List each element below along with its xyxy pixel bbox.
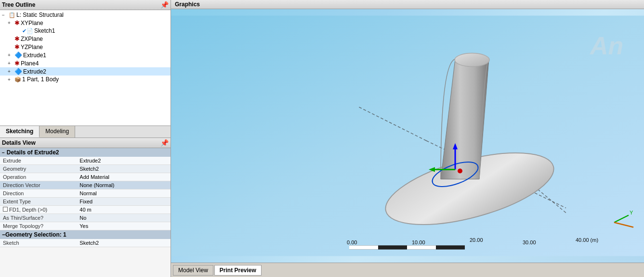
value-direction-vector: None (Normal) [77,181,171,189]
tree-item-extrude1[interactable]: + 🔷 Extrude1 [0,51,171,59]
extrude2-label: Extrude2 [23,68,46,75]
label-extent-type: Extent Type [0,198,77,206]
zxplane-label: ZXPlane [21,36,43,42]
details-table: Extrude Extrude2 Geometry Sketch2 Operat… [0,157,171,230]
expand-extrude2[interactable]: + [8,69,13,74]
extrude2-icon: 🔷 [14,68,22,75]
expand-part-body[interactable]: + [8,77,13,82]
value-geometry: Sketch2 [77,165,171,173]
graphics-title: Graphics [175,1,200,8]
value-sketch: Sketch2 [77,239,171,247]
value-direction: Normal [77,189,171,198]
row-operation: Operation Add Material [0,173,171,181]
sketch-tabs: Sketching Modeling [0,126,171,138]
svg-text:40.00 (m): 40.00 (m) [576,237,598,243]
xyplane-icon: ✱ [14,19,20,26]
row-direction: Direction Normal [0,189,171,198]
details-pin-icon[interactable]: 📌 [160,139,169,147]
section-expand-icon[interactable]: − [2,150,5,155]
label-extrude: Extrude [0,157,77,165]
right-panel: Graphics [171,0,644,277]
svg-text:Y: Y [630,210,633,215]
expand-yzplane [8,44,13,50]
tree-item-extrude2[interactable]: + 🔷 Extrude2 [0,67,171,76]
row-sketch: Sketch Sketch2 [0,239,171,247]
part-body-label: 1 Part, 1 Body [22,76,59,83]
svg-text:0.00: 0.00 [347,239,357,245]
yzplane-label: YZPlane [21,44,43,50]
geometry-selection-table: Sketch Sketch2 [0,239,171,247]
tree-pin-icon[interactable]: 📌 [160,1,169,9]
svg-rect-21 [407,246,436,250]
details-view-title: Details View [2,139,36,146]
sketch1-label: Sketch1 [34,27,55,34]
extrude1-label: Extrude1 [23,52,46,59]
graphics-header: Graphics [171,0,644,9]
tree-item-plane4[interactable]: + ✱ Plane4 [0,59,171,67]
details-view-header: Details View 📌 [0,138,171,148]
expand-sketch1 [15,28,21,34]
row-thin-surface: As Thin/Surface? No [0,214,171,222]
sketch1-icon: ✔📄 [22,28,33,34]
expand-zxplane [8,36,13,41]
details-section-header: − Details of Extrude2 [0,148,171,157]
main-container: Tree Outline 📌 − 📋 L: Static Structural … [0,0,644,277]
svg-point-6 [455,53,489,67]
label-merge-topology: Merge Topology? [0,222,77,230]
row-geometry: Geometry Sketch2 [0,165,171,173]
row-merge-topology: Merge Topology? Yes [0,222,171,230]
tree-outline-content: − 📋 L: Static Structural + ✱ XYPlane ✔📄 … [0,10,171,126]
tree-outline-title: Tree Outline [2,1,35,8]
part-body-icon: 📦 [14,76,21,83]
details-view-content: − Details of Extrude2 Extrude Extrude2 G… [0,148,171,277]
tree-item-zxplane[interactable]: ✱ ZXPlane [0,35,171,43]
row-direction-vector: Direction Vector None (Normal) [0,181,171,189]
left-panel: Tree Outline 📌 − 📋 L: Static Structural … [0,0,171,277]
tab-sketching[interactable]: Sketching [0,126,39,138]
svg-text:An: An [589,32,623,60]
yzplane-icon: ✱ [14,43,20,50]
xyplane-label: XYPlane [21,20,43,26]
label-fd1-depth: FD1, Depth (>0) [0,206,77,214]
extrude1-icon: 🔷 [14,51,22,59]
tree-item-xyplane[interactable]: + ✱ XYPlane [0,19,171,27]
value-operation: Add Material [77,173,171,181]
label-sketch: Sketch [0,239,77,247]
geometry-selection-header: − Geometry Selection: 1 [0,230,171,239]
geometry-selection-title: Geometry Selection: 1 [5,231,66,238]
expand-extrude1[interactable]: + [8,52,13,58]
3d-model-svg: 0.00 10.00 20.00 30.00 40.00 (m) Y An [171,9,644,263]
svg-text:10.00: 10.00 [412,239,425,245]
plane4-label: Plane4 [21,60,39,67]
geo-expand-icon[interactable]: − [2,231,5,238]
svg-rect-22 [436,246,465,250]
plane4-icon: ✱ [14,60,20,67]
static-structural-icon: 📋 [9,12,15,18]
svg-rect-20 [378,246,407,250]
label-direction-vector: Direction Vector [0,181,77,189]
static-structural-label: L: Static Structural [16,12,64,18]
svg-rect-19 [349,246,378,250]
fd1-checkbox[interactable] [3,207,8,212]
row-extrude: Extrude Extrude2 [0,157,171,165]
graphics-content[interactable]: 0.00 10.00 20.00 30.00 40.00 (m) Y An [171,9,644,263]
zxplane-icon: ✱ [14,35,20,42]
tab-print-preview[interactable]: Print Preview [214,265,262,276]
details-section-title: Details of Extrude2 [7,149,59,156]
expand-static-structural[interactable]: − [2,13,8,18]
bottom-tabs: Model View Print Preview [171,263,644,277]
tree-item-sketch1[interactable]: ✔📄 Sketch1 [0,27,171,35]
label-operation: Operation [0,173,77,181]
tree-item-static-structural[interactable]: − 📋 L: Static Structural [0,11,171,19]
label-thin-surface: As Thin/Surface? [0,214,77,222]
tab-model-view[interactable]: Model View [173,265,213,276]
expand-plane4[interactable]: + [8,61,13,66]
value-merge-topology: Yes [77,222,171,230]
value-extent-type: Fixed [77,198,171,206]
tree-item-part-body[interactable]: + 📦 1 Part, 1 Body [0,76,171,83]
expand-xyplane[interactable]: + [8,20,13,25]
tree-item-yzplane[interactable]: ✱ YZPlane [0,43,171,51]
label-geometry: Geometry [0,165,77,173]
svg-text:20.00: 20.00 [470,237,483,243]
tab-modeling[interactable]: Modeling [39,126,75,138]
